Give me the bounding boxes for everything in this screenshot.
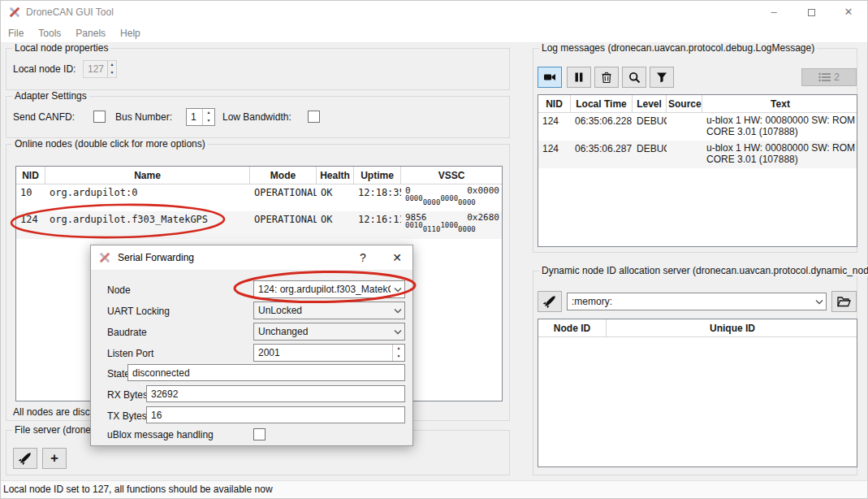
chevron-down-icon — [394, 308, 402, 314]
listen-port-label: Listen Port — [107, 348, 153, 359]
bus-number-spinbox[interactable]: 1 ▲▼ — [186, 108, 215, 126]
maximize-button[interactable] — [792, 1, 830, 24]
log-header[interactable]: NID Local Time Level Source Text — [538, 95, 857, 113]
chevron-down-icon — [394, 287, 402, 293]
alloc-table[interactable]: Node ID Unique ID — [538, 319, 857, 467]
spin-arrows-icon[interactable]: ▲▼ — [392, 345, 404, 361]
send-canfd-label: Send CANFD: — [13, 111, 75, 123]
alloc-db-value: :memory: — [572, 296, 812, 307]
bus-number-label: Bus Number: — [115, 111, 172, 123]
title-bar: DroneCAN GUI Tool – ✕ — [1, 1, 867, 24]
window-title: DroneCAN GUI Tool — [26, 1, 114, 24]
col-level[interactable]: Level — [633, 95, 667, 112]
cell-source — [667, 141, 702, 168]
group-label: Local node properties — [12, 42, 110, 54]
log-clear-button[interactable] — [594, 67, 619, 88]
table-row[interactable]: 124 org.ardupilot.f303_MatekGPS OPERATIO… — [16, 211, 502, 239]
col-unique-id[interactable]: Unique ID — [607, 319, 858, 336]
col-node-id[interactable]: Node ID — [538, 319, 607, 336]
cell-text: u-blox 1 HW: 00080000 SW: ROM CORE 3.01 … — [702, 141, 858, 168]
search-icon — [628, 72, 641, 84]
minimize-button[interactable]: – — [755, 1, 792, 24]
send-canfd-checkbox[interactable] — [93, 111, 106, 123]
rocket-icon — [19, 452, 32, 465]
menu-tools[interactable]: Tools — [31, 24, 68, 43]
dialog-close-button[interactable]: ✕ — [383, 245, 411, 271]
menu-bar: File Tools Panels Help — [1, 24, 867, 43]
listen-port-spinbox[interactable]: 2001 ▲▼ — [253, 344, 405, 362]
table-row[interactable]: 124 06:35:06.228 DEBUG u-blox 1 HW: 0008… — [538, 113, 857, 141]
log-search-button[interactable] — [622, 67, 646, 88]
chevron-down-icon — [394, 329, 402, 335]
online-nodes-header[interactable]: NID Name Mode Health Uptime VSSC — [16, 167, 502, 184]
cell-nid: 124 — [16, 211, 45, 239]
file-server-start-button[interactable] — [13, 448, 37, 469]
log-table[interactable]: NID Local Time Level Source Text 124 06:… — [538, 94, 857, 247]
cell-local-time: 06:35:06.287 — [571, 141, 633, 168]
col-nid[interactable]: NID — [538, 95, 571, 112]
alloc-browse-button[interactable] — [831, 291, 857, 312]
cell-name: org.ardupilot.f303_MatekGPS — [45, 211, 250, 239]
state-field[interactable]: disconnected — [127, 364, 405, 381]
log-record-button[interactable] — [538, 67, 562, 88]
tx-bytes-field[interactable]: 16 — [146, 406, 405, 423]
alloc-header[interactable]: Node ID Unique ID — [538, 319, 857, 337]
group-label: Adapter Settings — [12, 90, 89, 102]
log-count-button: 2 — [801, 68, 857, 86]
rx-bytes-field[interactable]: 32692 — [146, 385, 405, 402]
bus-number-value: 1 — [187, 109, 202, 125]
uart-locking-combobox[interactable]: UnLocked — [253, 302, 405, 319]
alloc-start-button[interactable] — [538, 291, 562, 312]
log-pause-button[interactable] — [567, 67, 591, 88]
col-text[interactable]: Text — [702, 95, 858, 112]
status-text: Local node ID set to 127, all functions … — [3, 484, 273, 495]
dialog-help-button[interactable]: ? — [349, 245, 377, 271]
alloc-db-combobox[interactable]: :memory: — [567, 293, 827, 310]
dialog-title: Serial Forwarding — [118, 245, 194, 271]
cell-level: DEBUG — [633, 141, 667, 168]
menu-panels[interactable]: Panels — [68, 24, 113, 43]
local-node-id-value: 127 — [84, 61, 107, 77]
group-label: Dynamic node ID allocation server (drone… — [539, 265, 868, 276]
video-camera-icon — [543, 71, 556, 84]
low-bandwidth-checkbox[interactable] — [308, 111, 320, 123]
col-vssc[interactable]: VSSC — [401, 167, 502, 184]
cell-source — [667, 113, 702, 141]
cell-nid: 124 — [538, 113, 571, 141]
baudrate-combobox[interactable]: Unchanged — [253, 323, 405, 341]
rocket-icon — [543, 295, 556, 308]
file-server-add-path-button[interactable]: + — [42, 448, 67, 469]
node-combobox[interactable]: 124: org.ardupilot.f303_MatekGPS — [253, 280, 405, 298]
serial-forwarding-dialog: Serial Forwarding ? ✕ Node 124: org.ardu… — [90, 245, 413, 446]
node-value: 124: org.ardupilot.f303_MatekGPS — [258, 284, 391, 295]
table-row[interactable]: 124 06:35:06.287 DEBUG u-blox 1 HW: 0008… — [538, 141, 857, 168]
trash-icon — [601, 72, 612, 84]
plus-icon: + — [50, 450, 58, 466]
filter-icon — [656, 72, 667, 83]
close-button[interactable]: ✕ — [830, 1, 867, 24]
menu-file[interactable]: File — [1, 24, 31, 43]
col-health[interactable]: Health — [317, 167, 354, 184]
app-window: DroneCAN GUI Tool – ✕ File Tools Panels … — [0, 0, 868, 499]
menu-help[interactable]: Help — [113, 24, 148, 43]
log-filter-button[interactable] — [650, 67, 674, 88]
col-nid[interactable]: NID — [16, 167, 45, 184]
col-source[interactable]: Source — [667, 95, 702, 112]
status-bar: Local node ID set to 127, all functions … — [1, 480, 867, 498]
spin-arrows-icon[interactable]: ▲▼ — [202, 109, 214, 125]
table-row[interactable]: 10 org.ardupilot:0 OPERATIONAL OK 12:18:… — [16, 184, 502, 211]
col-mode[interactable]: Mode — [250, 167, 317, 184]
app-logo-icon — [9, 7, 20, 18]
group-local-node-properties: Local node properties Local node ID: 127… — [6, 48, 510, 90]
cell-mode: OPERATIONAL — [250, 211, 317, 239]
col-name[interactable]: Name — [45, 167, 250, 184]
uart-locking-value: UnLocked — [258, 305, 391, 316]
list-icon — [818, 72, 831, 82]
rx-bytes-label: RX Bytes — [107, 389, 148, 401]
cell-health: OK — [317, 184, 354, 211]
ublox-handling-checkbox[interactable] — [253, 428, 266, 440]
col-local-time[interactable]: Local Time — [571, 95, 633, 112]
cell-health: OK — [317, 211, 354, 239]
col-uptime[interactable]: Uptime — [354, 167, 401, 184]
cell-level: DEBUG — [633, 113, 667, 141]
